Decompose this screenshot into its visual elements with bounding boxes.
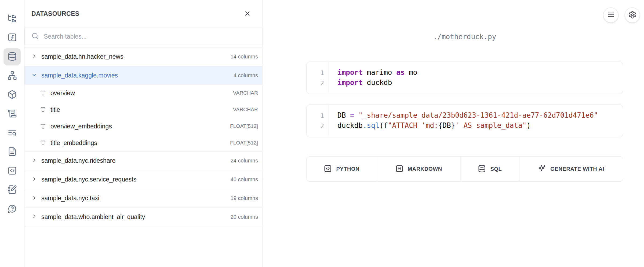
type-icon xyxy=(40,90,46,96)
chevron-down-icon xyxy=(31,72,37,79)
table-column-count: 24 columns xyxy=(231,158,258,164)
notebook-main-area: ./motherduck.py 12import marimo as moimp… xyxy=(263,0,644,267)
sidebar-item-scratchpad[interactable] xyxy=(3,181,21,199)
left-icon-sidebar xyxy=(0,0,24,267)
sidebar-item-variables[interactable] xyxy=(3,29,21,46)
line-number: 1 xyxy=(307,111,324,121)
chevron-right-icon xyxy=(31,176,37,183)
column-row[interactable]: titleVARCHAR xyxy=(24,101,262,118)
add-cell-button-label: GENERATE WITH AI xyxy=(550,166,604,172)
line-number: 2 xyxy=(307,121,324,131)
add-cell-sql-button[interactable]: SQL xyxy=(461,157,520,181)
sidebar-item-datasources[interactable] xyxy=(3,48,21,65)
line-number: 2 xyxy=(307,78,324,88)
function-square-icon xyxy=(8,33,17,43)
column-name: title xyxy=(50,106,60,113)
table-column-count: 14 columns xyxy=(231,54,258,60)
add-cell-button-label: SQL xyxy=(490,166,502,172)
notebook-content: ./motherduck.py 12import marimo as moimp… xyxy=(306,0,623,267)
sidebar-item-help[interactable] xyxy=(3,201,21,218)
search-tables-box xyxy=(24,28,262,45)
notebook-pen-icon xyxy=(8,185,17,195)
chevron-right-icon xyxy=(31,53,37,60)
sidebar-item-dependencies[interactable] xyxy=(3,67,21,84)
table-row[interactable]: sample_data.hn.hacker_news14 columns xyxy=(24,47,262,66)
line-number-gutter: 12 xyxy=(307,105,328,137)
chevron-right-icon xyxy=(31,157,37,164)
table-column-count: 19 columns xyxy=(231,195,258,201)
code-cell: 12import marimo as moimport duckdb xyxy=(306,62,623,94)
code-line: duckdb.sql(f"ATTACH 'md:{DB}' AS sample_… xyxy=(337,120,623,131)
sidebar-item-logs[interactable] xyxy=(3,124,21,142)
table-row[interactable]: sample_data.nyc.service_requests40 colum… xyxy=(24,170,262,189)
column-row[interactable]: overview_embeddingsFLOAT[512] xyxy=(24,118,262,135)
sidebar-item-outline[interactable] xyxy=(3,105,21,123)
square-m-icon xyxy=(395,165,403,173)
code-editor[interactable]: import marimo as moimport duckdb xyxy=(328,62,623,94)
datasources-panel-header: DATASOURCES xyxy=(24,0,262,28)
type-icon xyxy=(40,123,46,129)
table-name: sample_data.hn.hacker_news xyxy=(41,53,123,60)
sidebar-item-snippets[interactable] xyxy=(3,162,21,180)
table-row[interactable]: sample_data.nyc.rideshare24 columns xyxy=(24,151,262,170)
column-row[interactable]: title_embeddingsFLOAT[512] xyxy=(24,135,262,151)
table-name: sample_data.nyc.rideshare xyxy=(41,157,115,164)
notebook-filename: ./motherduck.py xyxy=(306,33,623,41)
table-name: sample_data.nyc.taxi xyxy=(41,195,99,202)
search-tables-input[interactable] xyxy=(44,33,256,40)
network-icon xyxy=(8,71,17,81)
close-icon xyxy=(244,10,251,18)
code-line: import marimo as mo xyxy=(337,67,623,77)
table-column-count: 40 columns xyxy=(231,176,258,183)
close-panel-button[interactable] xyxy=(242,9,253,19)
line-number-gutter: 12 xyxy=(307,62,328,94)
line-number: 1 xyxy=(307,68,324,78)
add-cell-buttons-bar: PYTHONMARKDOWNSQLGENERATE WITH AI xyxy=(306,156,623,181)
tables-list: sample_data.hn.hacker_news14 columnssamp… xyxy=(24,47,262,226)
code-editor[interactable]: DB = "_share/sample_data/23b0d623-1361-4… xyxy=(328,105,623,137)
database-icon xyxy=(478,165,486,173)
gear-icon xyxy=(628,11,636,20)
panel-title: DATASOURCES xyxy=(31,10,79,17)
sidebar-item-file-explorer[interactable] xyxy=(3,10,21,27)
message-question-icon xyxy=(8,204,17,214)
table-row[interactable]: sample_data.nyc.taxi19 columns xyxy=(24,189,262,207)
type-icon xyxy=(40,140,46,146)
list-search-icon xyxy=(8,128,17,138)
square-code-icon xyxy=(324,165,332,173)
folder-tree-icon xyxy=(8,14,17,24)
table-column-count: 20 columns xyxy=(231,214,258,220)
square-code-icon xyxy=(8,166,17,176)
marimo-app: DATASOURCES sample_data.hn.hacker_news14… xyxy=(0,0,644,267)
column-row[interactable]: overviewVARCHAR xyxy=(24,85,262,101)
code-line: import duckdb xyxy=(337,77,623,88)
add-cell-button-label: PYTHON xyxy=(336,166,359,172)
code-line: DB = "_share/sample_data/23b0d623-1361-4… xyxy=(337,110,623,120)
column-name: overview xyxy=(50,90,75,97)
file-text-icon xyxy=(8,147,17,157)
type-icon xyxy=(40,107,46,113)
database-icon xyxy=(8,52,17,62)
column-name: overview_embeddings xyxy=(50,123,112,130)
column-type: VARCHAR xyxy=(233,90,258,96)
table-column-count: 4 columns xyxy=(234,72,258,79)
search-icon xyxy=(31,32,39,41)
column-type: FLOAT[512] xyxy=(230,123,258,129)
sidebar-item-documentation[interactable] xyxy=(3,143,21,161)
column-name: title_embeddings xyxy=(50,139,97,147)
add-cell-button-label: MARKDOWN xyxy=(408,166,442,172)
add-cell-markdown-button[interactable]: MARKDOWN xyxy=(377,157,461,181)
sparkles-icon xyxy=(538,165,546,173)
add-cell-python-button[interactable]: PYTHON xyxy=(307,157,377,181)
table-row[interactable]: sample_data.kaggle.movies4 columns xyxy=(24,66,262,85)
chevron-right-icon xyxy=(31,195,37,202)
add-cell-generate-with-ai-button[interactable]: GENERATE WITH AI xyxy=(519,157,623,181)
table-row[interactable]: sample_data.who.ambient_air_quality20 co… xyxy=(24,207,262,226)
table-name: sample_data.kaggle.movies xyxy=(41,72,118,79)
column-type: VARCHAR xyxy=(233,107,258,113)
table-name: sample_data.who.ambient_air_quality xyxy=(41,213,145,221)
box-icon xyxy=(8,90,17,100)
sidebar-item-packages[interactable] xyxy=(3,86,21,103)
table-name: sample_data.nyc.service_requests xyxy=(41,176,136,183)
settings-button[interactable] xyxy=(625,8,640,23)
